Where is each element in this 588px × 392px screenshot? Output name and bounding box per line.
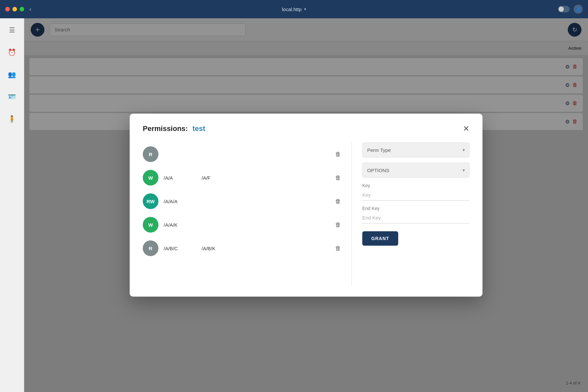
title-bar: ‹ local.http ▾ 👤 bbox=[0, 0, 588, 18]
perm-type-wrapper: Perm Type ▾ bbox=[362, 142, 469, 157]
perm-avatar: R bbox=[143, 146, 158, 162]
back-button[interactable]: ‹ bbox=[29, 6, 31, 13]
perm-avatar: W bbox=[143, 170, 158, 186]
permission-item: W /A/A /A/F 🗑 bbox=[143, 166, 341, 189]
permission-item: R 🗑 bbox=[143, 142, 341, 166]
maximize-traffic-light[interactable] bbox=[20, 7, 24, 11]
modal-overlay: Permissions: test ✕ R 🗑 bbox=[24, 18, 588, 392]
title-right: 👤 bbox=[558, 5, 583, 14]
perm-key: /A/B/C bbox=[164, 246, 196, 251]
minimize-traffic-light[interactable] bbox=[12, 7, 17, 11]
perm-key: /A/A/K bbox=[164, 222, 196, 228]
end-key-label: End Key bbox=[362, 206, 469, 211]
permission-item: W /A/A/K 🗑 bbox=[143, 213, 341, 237]
perm-delete-button[interactable]: 🗑 bbox=[335, 151, 341, 158]
permission-item: RW /A/A/A 🗑 bbox=[143, 189, 341, 213]
main-content: + ↻ Action ⚙ 🗑 ⚙ 🗑 bbox=[24, 18, 588, 392]
close-traffic-light[interactable] bbox=[5, 7, 10, 11]
sidebar-item-users[interactable]: 👥 bbox=[6, 68, 19, 81]
perm-type-select[interactable]: Perm Type bbox=[362, 142, 469, 157]
grant-form: Perm Type ▾ OPTIONS ▾ bbox=[352, 142, 469, 286]
perm-delete-button[interactable]: 🗑 bbox=[335, 174, 341, 181]
grant-button[interactable]: GRANT bbox=[362, 231, 398, 246]
end-key-input[interactable] bbox=[362, 212, 469, 223]
perm-avatar: W bbox=[143, 217, 158, 233]
key-label: Key bbox=[362, 183, 469, 188]
perm-key: /A/A bbox=[164, 175, 196, 181]
sidebar: ☰ ⏰ 👥 🪪 🧍 bbox=[0, 18, 24, 392]
permissions-list: R 🗑 W /A/A /A/F 🗑 bbox=[143, 142, 352, 286]
perm-delete-button[interactable]: 🗑 bbox=[335, 198, 341, 205]
traffic-lights bbox=[5, 7, 24, 11]
modal-body: R 🗑 W /A/A /A/F 🗑 bbox=[143, 142, 469, 286]
key-field: Key bbox=[362, 183, 469, 201]
end-key-field: End Key bbox=[362, 206, 469, 223]
title-center: local.http ▾ bbox=[282, 7, 306, 12]
modal-close-button[interactable]: ✕ bbox=[463, 124, 469, 133]
perm-key: /A/A/A bbox=[164, 199, 196, 204]
options-wrapper: OPTIONS ▾ bbox=[362, 163, 469, 178]
toggle-thumb bbox=[559, 7, 564, 12]
perm-avatar: R bbox=[143, 240, 158, 256]
perm-delete-button[interactable]: 🗑 bbox=[335, 221, 341, 228]
user-avatar[interactable]: 👤 bbox=[574, 5, 583, 14]
modal-header: Permissions: test ✕ bbox=[143, 124, 469, 133]
perm-endkey: /A/F bbox=[202, 175, 234, 181]
sidebar-item-grid[interactable]: ☰ bbox=[6, 24, 19, 37]
chevron-down-icon[interactable]: ▾ bbox=[304, 7, 306, 11]
modal-title: Permissions: test bbox=[143, 124, 205, 133]
perm-avatar: RW bbox=[143, 193, 158, 209]
permission-item: R /A/B/C /A/B/K 🗑 bbox=[143, 237, 341, 260]
app-title: local.http bbox=[282, 7, 302, 12]
perm-endkey: /A/B/K bbox=[202, 246, 234, 251]
sidebar-item-clock[interactable]: ⏰ bbox=[6, 46, 19, 59]
permissions-modal: Permissions: test ✕ R 🗑 bbox=[130, 114, 482, 297]
theme-toggle[interactable] bbox=[558, 6, 570, 12]
sidebar-item-id[interactable]: 🪪 bbox=[6, 90, 19, 103]
options-select[interactable]: OPTIONS bbox=[362, 163, 469, 178]
sidebar-item-person[interactable]: 🧍 bbox=[6, 112, 19, 125]
perm-delete-button[interactable]: 🗑 bbox=[335, 245, 341, 252]
app-layout: ☰ ⏰ 👥 🪪 🧍 + ↻ Action ⚙ 🗑 bbox=[0, 18, 588, 392]
key-input[interactable] bbox=[362, 189, 469, 201]
